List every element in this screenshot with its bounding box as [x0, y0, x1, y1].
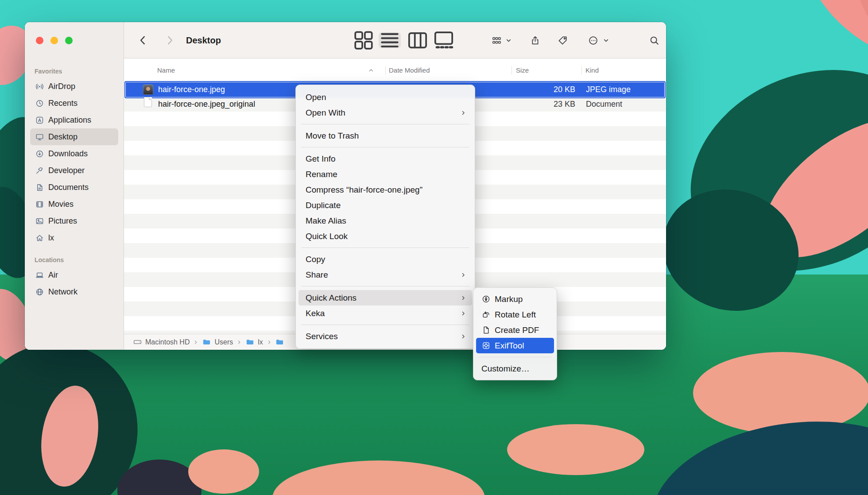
file-kind: Document: [586, 97, 622, 112]
chevron-right-icon: [267, 340, 271, 344]
sidebar-item-movies[interactable]: Movies: [30, 196, 118, 213]
submenu-item-markup[interactable]: Markup: [476, 291, 554, 307]
submenu-arrow-icon: [461, 334, 466, 339]
group-button[interactable]: [492, 32, 512, 48]
menu-separator: [479, 357, 551, 357]
menu-item-label: Duplicate: [306, 201, 341, 210]
path-label: Users: [214, 338, 233, 346]
sidebar-item-airdrop[interactable]: AirDrop: [30, 78, 118, 95]
pictures-icon: [35, 216, 44, 226]
sidebar-item-label: Pictures: [48, 217, 77, 226]
submenu-item-create-pdf[interactable]: Create PDF: [476, 322, 554, 338]
menu-item-open[interactable]: Open: [298, 89, 472, 105]
menu-item-make-alias[interactable]: Make Alias: [298, 213, 472, 228]
menu-item-duplicate[interactable]: Duplicate: [298, 197, 472, 213]
path-item-macintosh-hd[interactable]: Macintosh HD: [133, 338, 190, 347]
sidebar-item-label: Downloads: [48, 149, 88, 159]
applications-icon: [35, 115, 44, 125]
airdrop-icon: [35, 81, 44, 91]
column-header-date-modified[interactable]: Date Modified: [389, 58, 430, 82]
file-name: hair-force-one.jpeg_original: [158, 97, 255, 112]
menu-item-label: Copy: [306, 255, 325, 264]
document-file-icon: [144, 97, 152, 107]
submenu-item-label: Customize…: [481, 364, 530, 374]
more-actions-button[interactable]: [588, 32, 609, 48]
document-icon: [35, 182, 44, 192]
sidebar-item-lx[interactable]: lx: [30, 229, 118, 246]
submenu-item-exiftool[interactable]: ExifTool: [476, 338, 554, 353]
list-view-button[interactable]: [379, 32, 401, 48]
menu-item-get-info[interactable]: Get Info: [298, 151, 472, 166]
submenu-item-customize[interactable]: Customize…: [476, 361, 554, 376]
back-button[interactable]: [137, 35, 149, 46]
column-header-name[interactable]: Name: [157, 58, 175, 82]
column-header-size[interactable]: Size: [516, 58, 529, 82]
chevron-down-icon: [506, 38, 512, 43]
sidebar-item-applications[interactable]: Applications: [30, 112, 118, 128]
sidebar-item-documents[interactable]: Documents: [30, 179, 118, 196]
chevron-right-icon: [194, 340, 198, 344]
menu-item-open-with[interactable]: Open With: [298, 105, 472, 120]
menu-item-label: Share: [306, 270, 328, 280]
submenu-item-rotate-left[interactable]: Rotate Left: [476, 307, 554, 322]
sidebar-item-desktop[interactable]: Desktop: [30, 128, 118, 145]
menu-separator: [301, 286, 469, 286]
folder-icon: [275, 338, 284, 347]
menu-item-compress[interactable]: Compress “hair-force-one.jpeg”: [298, 182, 472, 197]
film-icon: [35, 199, 44, 209]
sidebar-item-label: lx: [48, 233, 54, 243]
downloads-icon: [35, 149, 44, 159]
sidebar-body: Favorites AirDrop Recents Applications D…: [30, 65, 118, 300]
menu-item-rename[interactable]: Rename: [298, 166, 472, 182]
chevron-right-icon: [237, 340, 241, 344]
forward-button[interactable]: [164, 35, 175, 46]
submenu-item-label: Rotate Left: [495, 310, 536, 320]
zoom-button[interactable]: [65, 37, 73, 44]
menu-item-copy[interactable]: Copy: [298, 251, 472, 267]
menu-item-share[interactable]: Share: [298, 267, 472, 282]
sort-ascending-icon: [368, 68, 374, 73]
globe-icon: [35, 287, 44, 297]
menu-item-keka[interactable]: Keka: [298, 306, 472, 321]
sidebar-section-locations: Locations: [30, 253, 118, 267]
close-button[interactable]: [36, 37, 43, 44]
sidebar-item-downloads[interactable]: Downloads: [30, 145, 118, 162]
menu-item-label: Compress “hair-force-one.jpeg”: [306, 185, 422, 195]
clock-icon: [35, 98, 44, 108]
sidebar-item-recents[interactable]: Recents: [30, 95, 118, 112]
menu-separator: [301, 124, 469, 124]
icon-view-button[interactable]: [353, 32, 375, 48]
submenu-arrow-icon: [461, 272, 466, 278]
path-label: Macintosh HD: [145, 338, 190, 346]
sidebar-item-air[interactable]: Air: [30, 267, 118, 283]
sidebar-item-label: Applications: [48, 116, 91, 125]
sidebar-item-network[interactable]: Network: [30, 283, 118, 300]
minimize-button[interactable]: [50, 37, 58, 44]
sidebar-item-pictures[interactable]: Pictures: [30, 213, 118, 229]
gallery-view-button[interactable]: [433, 32, 455, 48]
path-item-users[interactable]: Users: [202, 338, 233, 347]
menu-item-move-to-trash[interactable]: Move to Trash: [298, 128, 472, 143]
search-button[interactable]: [649, 32, 659, 48]
path-item-folder[interactable]: [275, 338, 284, 347]
sidebar-section-favorites: Favorites: [30, 65, 118, 78]
menu-item-services[interactable]: Services: [298, 329, 472, 344]
share-button[interactable]: [530, 32, 540, 48]
menu-item-quick-actions[interactable]: Quick Actions: [298, 290, 472, 306]
jpeg-thumbnail-icon: [143, 85, 153, 95]
menu-separator: [301, 147, 469, 147]
column-header-kind[interactable]: Kind: [585, 58, 599, 82]
column-view-button[interactable]: [407, 32, 429, 48]
menu-separator: [301, 248, 469, 248]
menu-item-label: Keka: [306, 309, 325, 318]
sidebar-item-label: Documents: [48, 183, 89, 192]
quick-actions-submenu: Markup Rotate Left Create PDF ExifTool C…: [473, 287, 557, 380]
menu-item-label: Open With: [306, 108, 345, 118]
submenu-item-label: ExifTool: [495, 341, 524, 351]
submenu-item-label: Create PDF: [495, 325, 539, 335]
tags-button[interactable]: [558, 32, 568, 48]
path-item-lx[interactable]: lx: [245, 338, 263, 347]
menu-item-quick-look[interactable]: Quick Look: [298, 228, 472, 244]
sidebar-item-developer[interactable]: Developer: [30, 162, 118, 179]
chevron-down-icon: [603, 38, 609, 43]
